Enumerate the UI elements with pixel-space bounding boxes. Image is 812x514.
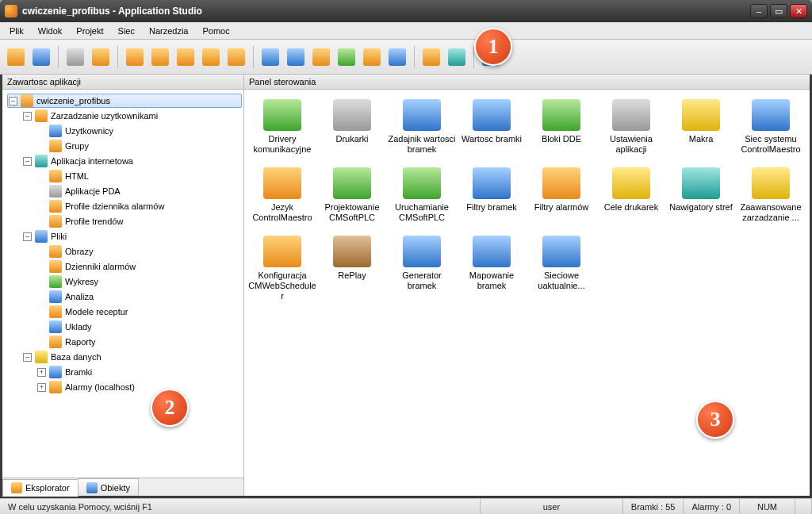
- card-cmnetwork[interactable]: Siec systemu ControlMaestro: [736, 99, 806, 155]
- tree-item[interactable]: Aplikacje PDA: [36, 184, 242, 198]
- tool-globe[interactable]: [446, 46, 468, 68]
- tree-label: HTML: [65, 171, 89, 181]
- card-softplc-run[interactable]: Uruchamianie CMSoftPLC: [387, 167, 457, 223]
- tool-layouts[interactable]: [259, 46, 282, 68]
- tool-stop[interactable]: [225, 46, 247, 68]
- left-pane: Zawartosc aplikacji – cwiczenie_profibus: [2, 75, 244, 496]
- card-cmlang[interactable]: Jezyk ControlMaestro: [247, 167, 317, 223]
- database-icon: [35, 351, 48, 363]
- tool-images[interactable]: [285, 46, 307, 68]
- card-webscheduler[interactable]: Konfiguracja CMWebScheduler: [247, 236, 317, 301]
- tree-label: Aplikacje PDA: [65, 186, 121, 196]
- advadmin-icon: [752, 167, 790, 199]
- maximize-button[interactable]: ▭: [770, 4, 787, 18]
- card-gatefilters[interactable]: Filtry bramek: [457, 167, 527, 223]
- tree-item[interactable]: Uzytkownicy: [36, 124, 242, 138]
- tool-runall[interactable]: [200, 46, 222, 68]
- minus-icon[interactable]: –: [23, 157, 32, 166]
- menu-narzedzia[interactable]: Narzedzia: [143, 25, 195, 37]
- tree-item[interactable]: Uklady: [36, 320, 242, 334]
- tree-item[interactable]: Raporty: [36, 335, 242, 349]
- card-label: Drukarki: [317, 134, 387, 144]
- card-appsettings[interactable]: Ustawienia aplikacji: [596, 99, 666, 155]
- status-help: W celu uzyskania Pomocy, wciśnij F1: [0, 499, 481, 514]
- tab-eksplorator[interactable]: Eksplorator: [2, 479, 79, 497]
- minus-icon[interactable]: –: [23, 112, 32, 121]
- tool-trendview[interactable]: [335, 46, 358, 68]
- menu-siec[interactable]: Siec: [112, 25, 141, 37]
- tree-item[interactable]: Analiza: [36, 290, 242, 304]
- card-replay[interactable]: RePlay: [317, 236, 387, 301]
- annotation-2: 2: [151, 389, 189, 427]
- tool-recipes[interactable]: [361, 46, 383, 68]
- card-drivers[interactable]: Drivery komunikacyjne: [247, 99, 317, 155]
- tab-label: Obiekty: [101, 483, 130, 493]
- menu-projekt[interactable]: Projekt: [70, 25, 109, 37]
- tree-node-webapp[interactable]: – Aplikacja internetowa: [21, 154, 242, 168]
- tree-item[interactable]: Grupy: [36, 139, 242, 153]
- group-icon: [49, 140, 62, 152]
- tree-item[interactable]: Modele receptur: [36, 305, 242, 319]
- card-gatemap[interactable]: Mapowanie bramek: [457, 236, 527, 301]
- plus-icon[interactable]: +: [37, 383, 46, 392]
- tree-node-db[interactable]: – Baza danych: [21, 350, 242, 364]
- tool-runpanel[interactable]: [124, 46, 146, 68]
- card-alarmfilters[interactable]: Filtry alarmów: [527, 167, 596, 223]
- tree-root[interactable]: – cwiczenie_profibus: [7, 94, 242, 108]
- card-zonenav[interactable]: Nawigatory stref: [666, 167, 736, 223]
- tree-item[interactable]: Wykresy: [36, 274, 242, 289]
- minus-icon[interactable]: –: [23, 353, 32, 362]
- alarmlog-icon: [49, 260, 62, 273]
- card-setpoints[interactable]: Zadajnik wartosci bramek: [387, 99, 457, 155]
- tree-view[interactable]: – cwiczenie_profibus – Zarzadzanie uzytk…: [2, 90, 243, 478]
- menu-pomoc[interactable]: Pomoc: [196, 25, 236, 37]
- tool-newdoc[interactable]: [64, 46, 86, 68]
- menu-plik[interactable]: Plik: [3, 25, 30, 37]
- funnel-icon: [473, 167, 511, 199]
- tree-node-files[interactable]: – Pliki: [21, 229, 242, 244]
- tree-item[interactable]: Profile trendów: [36, 214, 242, 228]
- alarm-profile-icon: [49, 200, 62, 213]
- plus-icon[interactable]: +: [37, 368, 46, 377]
- tool-alarmview[interactable]: [310, 46, 332, 68]
- close-button[interactable]: ✕: [790, 4, 807, 18]
- tool-analysis[interactable]: [90, 46, 112, 68]
- tree-item[interactable]: Profile dziennika alarmów: [36, 199, 242, 213]
- minus-icon[interactable]: –: [23, 232, 32, 241]
- tree-item[interactable]: HTML: [36, 169, 242, 183]
- card-printtargets[interactable]: Cele drukarek: [596, 167, 666, 223]
- menu-widok[interactable]: Widok: [32, 25, 69, 37]
- tool-runalarm[interactable]: [174, 46, 197, 68]
- tool-network[interactable]: [420, 46, 442, 68]
- dde-icon: [542, 99, 580, 131]
- card-advadmin[interactable]: Zaawansowane zarzadzanie ...: [736, 167, 806, 223]
- tree-item[interactable]: Obrazy: [36, 244, 242, 259]
- card-softplc-design[interactable]: Projektowanie CMSoftPLC: [317, 167, 387, 223]
- tree-label: Grupy: [65, 141, 89, 151]
- minimize-button[interactable]: –: [750, 4, 768, 18]
- files-icon: [35, 230, 48, 243]
- tree-node-users[interactable]: – Zarzadzanie uzytkownikami: [21, 109, 242, 123]
- card-dde[interactable]: Bloki DDE: [527, 99, 596, 155]
- tree-label: Wykresy: [65, 277, 98, 286]
- tree-item[interactable]: Dzienniki alarmów: [36, 259, 242, 274]
- card-gategen[interactable]: Generator bramek: [387, 236, 457, 301]
- tab-obiekty[interactable]: Obiekty: [78, 478, 139, 496]
- gates-icon: [49, 366, 62, 378]
- app-window: 1 2 3 cwiczenie_profibus - Application S…: [0, 0, 812, 514]
- tool-save[interactable]: [30, 46, 52, 68]
- left-pane-tabs: Eksplorator Obiekty: [2, 478, 243, 496]
- tool-open[interactable]: [5, 46, 27, 68]
- tool-reports[interactable]: [386, 46, 408, 68]
- tree-label: Pliki: [51, 232, 67, 241]
- main-pane-title: Panel sterowania: [244, 75, 810, 90]
- card-printers[interactable]: Drukarki: [317, 99, 387, 155]
- recipes-icon: [49, 305, 62, 318]
- minus-icon[interactable]: –: [9, 97, 17, 105]
- tree-item[interactable]: +Bramki: [36, 365, 242, 379]
- tool-runtrend[interactable]: [149, 46, 171, 68]
- card-gatevalue[interactable]: Wartosc bramki: [457, 99, 527, 155]
- card-netupdate[interactable]: Sieciowe uaktualnie...: [527, 236, 596, 301]
- card-macros[interactable]: Makra: [666, 99, 736, 155]
- tree-item[interactable]: +Alarmy (localhost): [36, 380, 242, 394]
